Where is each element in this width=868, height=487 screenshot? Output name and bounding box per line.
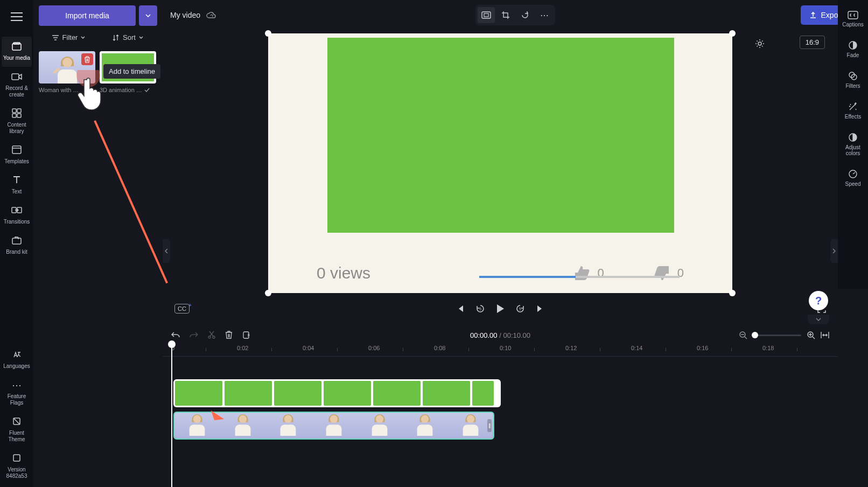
timeline-clip-green[interactable] <box>173 379 501 407</box>
sidebar-label: Brand kit <box>6 249 27 255</box>
zoom-fit-button[interactable] <box>821 331 829 339</box>
help-button[interactable]: ? <box>809 291 828 310</box>
canvas-tools: ⋯ <box>475 5 555 25</box>
sidebar-item-languages[interactable]: Languages <box>2 345 32 375</box>
skip-start-icon <box>456 304 465 313</box>
zoom-slider-thumb[interactable] <box>752 332 758 338</box>
right-item-filters[interactable]: Filters <box>839 65 867 95</box>
sidebar-item-brand-kit[interactable]: Brand kit <box>2 231 32 261</box>
forward-button[interactable]: 5 <box>515 304 525 314</box>
playhead[interactable] <box>171 343 172 487</box>
import-media-dropdown[interactable] <box>139 5 157 26</box>
left-sidebar: Your media Record & create Content libra… <box>0 0 33 487</box>
document-title[interactable]: My video <box>170 11 200 19</box>
zoom-in-icon <box>807 331 815 339</box>
collapse-right-panel[interactable] <box>830 239 838 263</box>
like-count: 0 <box>598 266 604 280</box>
hand-cursor-annotation <box>73 70 111 119</box>
canvas-settings-button[interactable] <box>752 36 768 52</box>
delete-button[interactable] <box>225 331 233 339</box>
sidebar-label: Your media <box>3 55 30 61</box>
ruler-tick: 0:04 <box>303 345 314 351</box>
zoom-in-button[interactable] <box>807 331 815 339</box>
right-item-label: Captions <box>842 22 863 27</box>
svg-text:5: 5 <box>479 307 481 311</box>
preview-stats: 0 views 0 0 <box>317 264 684 282</box>
upload-icon <box>809 11 817 19</box>
skip-end-button[interactable] <box>536 304 544 313</box>
zoom-slider[interactable] <box>753 335 801 336</box>
timeline[interactable]: 0 0:02 0:04 0:06 0:08 0:10 0:12 0:14 0:1… <box>163 345 838 487</box>
right-item-captions[interactable]: Captions <box>839 4 867 34</box>
sidebar-item-record[interactable]: Record & create <box>2 67 32 103</box>
forward-5-icon: 5 <box>515 304 525 314</box>
split-button[interactable] <box>242 331 250 339</box>
sidebar-item-templates[interactable]: Templates <box>2 140 32 170</box>
delete-media-button[interactable] <box>81 53 93 65</box>
svg-rect-12 <box>13 455 20 461</box>
ruler-tick: 0:08 <box>434 345 445 351</box>
import-media-button[interactable]: Import media <box>39 5 136 26</box>
ruler-tick: 0:10 <box>500 345 511 351</box>
right-item-fade[interactable]: Fade <box>839 34 867 65</box>
more-tool-button[interactable]: ⋯ <box>536 7 553 23</box>
selection-handle[interactable] <box>265 30 271 37</box>
zoom-out-button[interactable] <box>739 331 747 339</box>
svg-rect-14 <box>482 12 491 18</box>
rotate-icon <box>521 11 529 19</box>
sidebar-item-version[interactable]: Version 8482a53 <box>2 448 32 487</box>
sidebar-item-fluent-theme[interactable]: Fluent Theme <box>2 412 32 448</box>
cc-toggle[interactable]: CC+ <box>174 304 190 314</box>
selection-handle[interactable] <box>265 290 271 296</box>
top-bar: My video ⋯ Export <box>163 0 868 30</box>
dislike-count: 0 <box>677 266 684 280</box>
sidebar-label: Content library <box>2 122 32 135</box>
chevron-down-icon <box>816 318 821 321</box>
clip-trim-handle-right[interactable] <box>487 419 492 432</box>
filter-button[interactable]: Filter <box>41 30 96 45</box>
svg-point-26 <box>213 336 215 338</box>
filters-icon <box>848 71 858 81</box>
selection-handle[interactable] <box>729 290 736 296</box>
undo-button[interactable] <box>171 331 180 339</box>
right-item-speed[interactable]: Speed <box>839 163 867 193</box>
more-icon: ⋯ <box>540 10 549 20</box>
right-sidebar: Captions Fade Filters Effects Adjust col… <box>838 0 868 289</box>
sidebar-label: Feature Flags <box>2 393 32 406</box>
ruler-tick: 0:18 <box>762 345 774 351</box>
crop-tool-button[interactable] <box>497 7 514 23</box>
media-icon <box>11 42 22 53</box>
ruler-tick: 0:14 <box>631 345 642 351</box>
sidebar-item-content-library[interactable]: Content library <box>2 103 32 140</box>
sidebar-item-feature-flags[interactable]: ⋯ Feature Flags <box>2 375 32 412</box>
rotate-tool-button[interactable] <box>516 7 534 23</box>
timeline-ruler[interactable]: 0 0:02 0:04 0:06 0:08 0:10 0:12 0:14 0:1… <box>163 345 838 357</box>
sidebar-item-transitions[interactable]: Transitions <box>2 200 32 231</box>
collapse-left-panel[interactable] <box>163 239 170 263</box>
cloud-sync-icon[interactable] <box>206 11 216 19</box>
help-expand[interactable] <box>808 315 829 324</box>
sort-button[interactable]: Sort <box>100 30 155 45</box>
right-item-adjust-colors[interactable]: Adjust colors <box>839 126 867 163</box>
fit-tool-button[interactable] <box>478 7 495 23</box>
preview-canvas[interactable]: 0 views 0 0 <box>268 33 732 293</box>
time-sep: / <box>498 331 503 339</box>
menu-icon[interactable] <box>4 4 29 29</box>
dislikes-group: 0 <box>653 265 684 281</box>
play-button[interactable] <box>496 304 505 314</box>
ruler-tick: 0:16 <box>697 345 708 351</box>
sidebar-item-text[interactable]: Text <box>2 170 32 200</box>
svg-rect-5 <box>12 114 16 117</box>
redo-button[interactable] <box>190 331 198 339</box>
aspect-ratio-button[interactable]: 16:9 <box>800 36 825 49</box>
right-item-effects[interactable]: Effects <box>839 95 867 126</box>
crop-icon <box>501 11 510 19</box>
skip-start-button[interactable] <box>456 304 465 313</box>
cut-button[interactable] <box>208 331 215 339</box>
selection-handle[interactable] <box>729 30 736 37</box>
sidebar-item-your-media[interactable]: Your media <box>2 37 32 67</box>
captions-icon <box>848 11 858 19</box>
rewind-button[interactable]: 5 <box>475 304 485 314</box>
playback-bar: CC+ 5 5 <box>163 297 838 320</box>
sidebar-label: Text <box>12 189 22 195</box>
